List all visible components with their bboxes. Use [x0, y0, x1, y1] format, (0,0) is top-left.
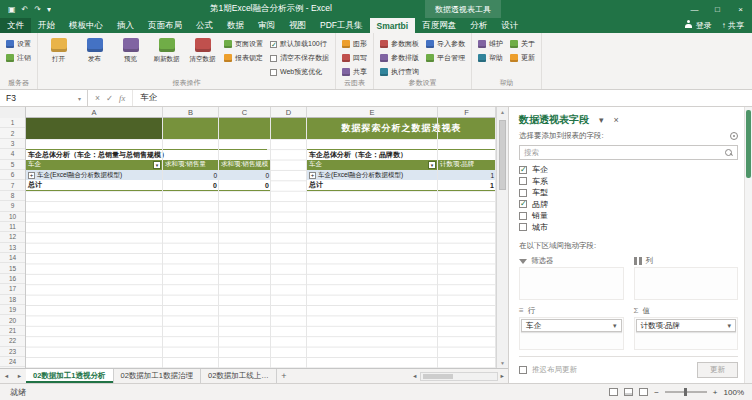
save-icon[interactable]: ▣: [8, 5, 16, 14]
left-table-total-label[interactable]: 总计: [26, 180, 163, 190]
defer-checkbox[interactable]: [519, 366, 527, 374]
row-header-7[interactable]: 7: [0, 180, 25, 190]
cancel-icon[interactable]: ×: [95, 93, 100, 103]
rows-area-chip-0[interactable]: 车企▾: [521, 319, 622, 332]
row-header-13[interactable]: 13: [0, 243, 25, 253]
ribbon-tab-0[interactable]: 文件: [0, 18, 31, 33]
row-header-1[interactable]: 1: [0, 118, 25, 128]
field-item-1[interactable]: 车系: [519, 176, 738, 188]
row-header-10[interactable]: 10: [0, 212, 25, 222]
ribbon-check-1-0[interactable]: ✓默认加载100行: [268, 38, 331, 50]
field-item-2[interactable]: 车型: [519, 187, 738, 199]
update-button[interactable]: 更新: [697, 362, 738, 378]
qat-dropdown-icon[interactable]: ▾: [47, 5, 51, 14]
field-item-4[interactable]: 销量: [519, 210, 738, 222]
share-button[interactable]: ↑ 共享: [722, 20, 744, 31]
ribbon-button-small-1-0-0[interactable]: 页面设置: [222, 38, 265, 50]
grid[interactable]: 数据探索分析之数据透视表 车企总体分析（车企：总销量与总销售规模） 车企总体分析…: [26, 118, 496, 368]
left-table-header-cell[interactable]: 车企▾: [26, 160, 163, 170]
row-header-8[interactable]: 8: [0, 191, 25, 201]
checkbox-icon[interactable]: ✓: [519, 200, 527, 208]
ribbon-tab-11[interactable]: 百度网盘: [415, 18, 463, 33]
zoom-level[interactable]: 100%: [724, 388, 744, 397]
column-header-A[interactable]: A: [26, 107, 163, 118]
row-header-6[interactable]: 6: [0, 170, 25, 180]
ribbon-tab-13[interactable]: 设计: [494, 18, 525, 33]
pane-scrollbar-thumb[interactable]: [746, 110, 751, 178]
insert-function-icon[interactable]: fx: [119, 93, 125, 103]
ribbon-button-small-2-0-0[interactable]: 图形: [340, 38, 369, 50]
enter-icon[interactable]: ✓: [106, 93, 113, 103]
pane-close-icon[interactable]: ×: [614, 115, 619, 125]
values-area[interactable]: Σ值 计数项:品牌▾: [634, 305, 739, 350]
ribbon-button-small-1-0-1[interactable]: 报表锁定: [222, 52, 265, 64]
horizontal-scrollbar[interactable]: ◄ ►: [409, 369, 508, 383]
zoom-slider[interactable]: [665, 391, 707, 393]
name-box-dropdown-icon[interactable]: ▾: [78, 95, 81, 102]
row-header-15[interactable]: 15: [0, 263, 25, 273]
scroll-left-icon[interactable]: ◄: [412, 373, 417, 379]
checkbox-icon[interactable]: [519, 223, 527, 231]
expand-icon[interactable]: +: [28, 172, 35, 179]
row-header-21[interactable]: 21: [0, 326, 25, 336]
normal-view-icon[interactable]: [609, 388, 618, 396]
filters-area[interactable]: 筛选器: [519, 255, 624, 300]
row-header-24[interactable]: 24: [0, 357, 25, 367]
maximize-button[interactable]: □: [706, 0, 729, 18]
ribbon-tab-2[interactable]: 模板中心: [62, 18, 110, 33]
row-header-5[interactable]: 5: [0, 160, 25, 170]
row-header-14[interactable]: 14: [0, 253, 25, 263]
ribbon-button-small-2-0-2[interactable]: 共享: [340, 66, 369, 78]
ribbon-button-small-4-1-1[interactable]: 更新: [508, 52, 537, 64]
row-header-9[interactable]: 9: [0, 201, 25, 211]
ribbon-button-large-1-3[interactable]: 刷新数据: [150, 35, 183, 64]
left-table-total-cell[interactable]: 0: [219, 180, 271, 190]
ribbon-check-1-2[interactable]: Web预览优化: [268, 66, 331, 78]
right-table-header-cell[interactable]: 车企▾: [307, 160, 438, 170]
checkbox-icon[interactable]: [519, 177, 527, 185]
formula-input[interactable]: 车企: [133, 90, 164, 106]
ribbon-button-small-4-0-0[interactable]: 维护: [476, 38, 505, 50]
checkbox-icon[interactable]: ✓: [519, 166, 527, 174]
add-sheet-button[interactable]: +: [277, 369, 291, 383]
page-break-view-icon[interactable]: [639, 388, 648, 396]
ribbon-tab-8[interactable]: 视图: [282, 18, 313, 33]
ribbon-tab-5[interactable]: 公式: [189, 18, 220, 33]
sheet-tab-0[interactable]: 02数据加工1透视分析: [26, 369, 114, 383]
ribbon-check-1-1[interactable]: 清空不保存数据: [268, 52, 331, 64]
ribbon-button-large-1-1[interactable]: 发布: [78, 35, 111, 64]
checkbox-icon[interactable]: [519, 212, 527, 220]
filter-dropdown-icon[interactable]: ▾: [428, 161, 436, 169]
left-table-row-label[interactable]: +车企(Excel融合分析数据模型): [26, 170, 163, 180]
ribbon-tab-7[interactable]: 审阅: [251, 18, 282, 33]
search-input[interactable]: 搜索: [519, 145, 738, 160]
scroll-down-icon[interactable]: ▼: [497, 358, 508, 368]
right-table-total-label[interactable]: 总计: [307, 180, 438, 190]
ribbon-button-small-3-1-0[interactable]: 导入参数: [424, 38, 467, 50]
field-item-0[interactable]: ✓车企: [519, 164, 738, 176]
ribbon-button-small-0-0-0[interactable]: 设置: [4, 38, 33, 50]
prev-sheet-icon[interactable]: ◄: [0, 369, 13, 383]
ribbon-tab-12[interactable]: 分析: [463, 18, 494, 33]
zoom-out-icon[interactable]: −: [654, 388, 659, 397]
ribbon-tab-10[interactable]: Smartbi: [370, 18, 416, 33]
undo-icon[interactable]: ↶: [22, 5, 29, 14]
ribbon-button-small-4-0-1[interactable]: 帮助: [476, 52, 505, 64]
row-header-20[interactable]: 20: [0, 315, 25, 325]
ribbon-button-large-1-0[interactable]: 打开: [42, 35, 75, 64]
ribbon-button-small-0-0-1[interactable]: 注销: [4, 52, 33, 64]
row-header-2[interactable]: 2: [0, 128, 25, 138]
column-header-F[interactable]: F: [438, 107, 496, 118]
column-header-B[interactable]: B: [163, 107, 219, 118]
left-table-cell[interactable]: 0: [163, 170, 219, 180]
ribbon-button-small-3-0-2[interactable]: 执行查询: [378, 66, 421, 78]
ribbon-tab-6[interactable]: 数据: [220, 18, 251, 33]
row-header-3[interactable]: 3: [0, 139, 25, 149]
page-layout-view-icon[interactable]: [624, 388, 633, 396]
values-area-chip-0[interactable]: 计数项:品牌▾: [636, 319, 737, 332]
ribbon-tab-1[interactable]: 开始: [31, 18, 62, 33]
scroll-up-icon[interactable]: ▲: [497, 107, 508, 117]
row-header-22[interactable]: 22: [0, 336, 25, 346]
row-header-17[interactable]: 17: [0, 284, 25, 294]
column-header-E[interactable]: E: [307, 107, 438, 118]
